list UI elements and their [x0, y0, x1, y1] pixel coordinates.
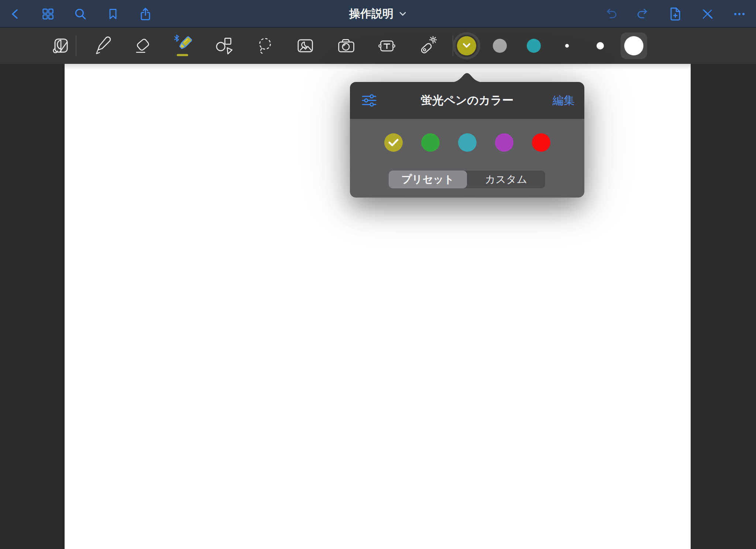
page-mode-button[interactable]: [49, 34, 73, 58]
tab-preset[interactable]: プリセット: [389, 171, 467, 188]
sliders-icon: [361, 93, 377, 107]
title-chevron-down-icon: [399, 11, 407, 17]
eraser-icon: [132, 35, 154, 57]
bluetooth-icon: [175, 35, 178, 41]
camera-icon: [335, 35, 357, 57]
edit-colors-button[interactable]: 編集: [553, 93, 575, 108]
color-swatch-yellow-selected[interactable]: [453, 32, 480, 59]
preset-swatch-red[interactable]: [532, 133, 550, 152]
preset-custom-segmented-control: プリセット カスタム: [388, 170, 546, 189]
popover-arrow: [450, 71, 484, 82]
page-title: 操作説明: [349, 6, 394, 21]
toolbar-shadow: [65, 64, 691, 70]
highlighter-color-popover: 蛍光ペンのカラー 編集 プリセット カスタム: [350, 82, 584, 198]
share-button[interactable]: [137, 5, 154, 23]
text-tool-button[interactable]: [375, 34, 399, 58]
popover-body: プリセット カスタム: [350, 119, 584, 198]
lasso-icon: [254, 35, 276, 57]
pen-settings-button[interactable]: [361, 93, 377, 107]
thumbnails-button[interactable]: [39, 5, 57, 23]
checkmark-icon: [388, 138, 399, 147]
share-icon: [139, 7, 152, 21]
add-page-button[interactable]: [666, 5, 684, 23]
undo-button[interactable]: [602, 5, 620, 23]
eraser-tool-button[interactable]: [131, 34, 155, 58]
navbar-left-group: [7, 0, 154, 28]
popover-title: 蛍光ペンのカラー: [421, 93, 514, 108]
highlighter-tool-button[interactable]: [171, 34, 195, 58]
bookmark-button[interactable]: [104, 5, 122, 23]
back-button[interactable]: [7, 5, 24, 23]
toolbar-divider: [76, 35, 76, 56]
color-swatch-gray[interactable]: [493, 39, 507, 53]
text-icon: [376, 35, 398, 57]
top-navigation-bar: 操作説明: [0, 0, 756, 28]
goodnotes-app: 操作説明: [0, 0, 756, 549]
redo-icon: [636, 8, 650, 20]
color-swatch-teal[interactable]: [527, 39, 541, 53]
preset-swatch-teal[interactable]: [458, 133, 477, 152]
camera-tool-button[interactable]: [334, 34, 358, 58]
tool-bar: [0, 28, 756, 64]
page-mode-icon: [50, 35, 72, 57]
more-button[interactable]: [731, 5, 748, 23]
pen-off-button[interactable]: [698, 5, 716, 23]
pen-icon: [92, 35, 114, 57]
stroke-size-small[interactable]: [565, 44, 569, 48]
selected-color-circle: [457, 36, 476, 55]
back-icon: [9, 8, 22, 20]
pen-off-icon: [701, 7, 714, 21]
tab-custom[interactable]: カスタム: [467, 171, 545, 188]
shapes-icon: [213, 35, 235, 57]
add-page-icon: [669, 7, 682, 21]
search-icon: [74, 7, 87, 21]
image-icon: [294, 35, 316, 57]
undo-icon: [604, 8, 618, 20]
preset-swatch-yellow-selected[interactable]: [384, 133, 403, 152]
laser-pointer-tool-button[interactable]: [415, 34, 439, 58]
lasso-tool-button[interactable]: [253, 34, 276, 58]
preset-swatch-green[interactable]: [421, 133, 440, 152]
more-icon: [733, 8, 746, 20]
redo-button[interactable]: [634, 5, 652, 23]
bookmark-icon: [107, 7, 119, 21]
image-tool-button[interactable]: [293, 34, 317, 58]
preset-swatch-purple[interactable]: [495, 133, 513, 152]
preset-swatch-row: [350, 133, 584, 152]
chevron-down-icon: [461, 42, 472, 49]
stroke-size-medium[interactable]: [597, 42, 604, 49]
document-title[interactable]: 操作説明: [349, 0, 407, 28]
search-button[interactable]: [72, 5, 89, 23]
shapes-tool-button[interactable]: [212, 34, 236, 58]
stroke-size-large-circle: [624, 36, 643, 55]
laser-pointer-icon: [416, 35, 438, 57]
popover-header: 蛍光ペンのカラー 編集: [350, 82, 584, 119]
navbar-right-group: [602, 0, 748, 28]
stroke-size-large-selected[interactable]: [621, 32, 647, 59]
thumbnails-grid-icon: [41, 7, 55, 21]
pen-tool-button[interactable]: [92, 34, 115, 58]
highlighter-icon: [171, 34, 195, 58]
